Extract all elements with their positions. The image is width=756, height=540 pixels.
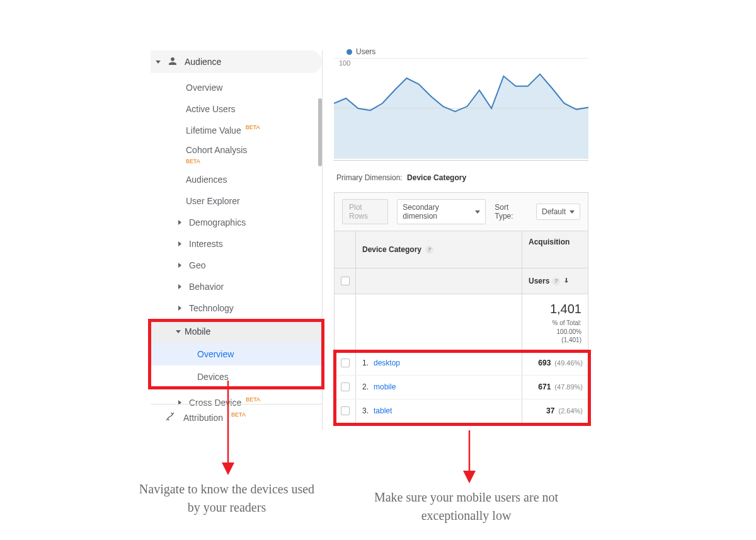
sidebar-item-audiences[interactable]: Audiences: [151, 169, 322, 190]
users-total: 1,401: [525, 301, 581, 318]
sidebar-list: Overview Active Users Lifetime Value BET…: [151, 73, 322, 413]
annotation-text-left: Navigate to know the devices used by you…: [132, 480, 321, 517]
sidebar-group-geo[interactable]: Geo: [151, 255, 322, 276]
sidebar-section-audience[interactable]: Audience: [151, 50, 322, 73]
sidebar: Audience Overview Active Users Lifetime …: [151, 50, 323, 430]
device-category-table: Device Category ? Acquisition Users ? 1,…: [334, 231, 588, 424]
table-row: 3.tablet 37(2.64%): [335, 399, 588, 423]
beta-tag: BETA: [246, 396, 260, 403]
sidebar-group-interests[interactable]: Interests: [151, 233, 322, 255]
person-icon: [167, 55, 178, 69]
sidebar-item-mobile-devices[interactable]: Devices: [151, 365, 322, 388]
beta-tag: BETA: [186, 158, 200, 164]
sidebar-group-technology[interactable]: Technology: [151, 297, 322, 319]
legend-dot-icon: [346, 49, 352, 55]
row-checkbox[interactable]: [341, 406, 350, 415]
beta-tag: BETA: [246, 124, 260, 130]
attribution-icon: [164, 411, 176, 424]
users-chart: Users 100 50: [334, 50, 588, 161]
device-link[interactable]: mobile: [374, 382, 396, 391]
sort-type-label: Sort Type:: [495, 203, 527, 221]
caret-down-icon: [475, 210, 480, 214]
table-row: 2.mobile 671(47.89%): [335, 376, 588, 399]
device-link[interactable]: desktop: [374, 359, 400, 367]
caret-down-icon: [176, 330, 181, 333]
sidebar-section-label: Audience: [185, 57, 221, 67]
row-checkbox[interactable]: [341, 359, 350, 367]
table-header-row-1: Device Category ? Acquisition: [335, 231, 588, 268]
sidebar-group-demographics[interactable]: Demographics: [151, 212, 322, 233]
sidebar-item-overview[interactable]: Overview: [151, 77, 322, 98]
caret-right-icon: [178, 263, 181, 268]
secondary-dimension-dropdown[interactable]: Secondary dimension: [397, 199, 486, 224]
sidebar-group-behavior[interactable]: Behavior: [151, 276, 322, 297]
plot-rows-button: Plot Rows: [342, 199, 388, 224]
select-all-checkbox[interactable]: [341, 277, 350, 285]
help-icon[interactable]: ?: [552, 277, 560, 285]
primary-dimension: Primary Dimension: Device Category: [334, 161, 588, 192]
table-toolbar: Plot Rows Secondary dimension Sort Type:…: [334, 192, 588, 231]
chart-svg: [334, 58, 588, 159]
sidebar-item-cohort-analysis[interactable]: Cohort Analysis BETA: [151, 141, 322, 169]
main-panel: Users 100 50 Primary Dimension: Device C…: [334, 50, 588, 424]
annotation-text-right: Make sure your mobile users are not exce…: [353, 488, 580, 525]
caret-right-icon: [178, 306, 181, 311]
sidebar-item-user-explorer[interactable]: User Explorer: [151, 190, 322, 212]
caret-right-icon: [178, 284, 181, 289]
row-checkbox[interactable]: [341, 382, 350, 391]
annotation-arrow: [222, 381, 234, 474]
sort-descending-icon: [563, 277, 570, 286]
caret-right-icon: [178, 241, 181, 246]
annotation-arrow: [463, 430, 476, 482]
sidebar-item-lifetime-value[interactable]: Lifetime Value BETA: [151, 120, 322, 141]
scrollbar-thumb[interactable]: [318, 98, 322, 166]
sidebar-item-active-users[interactable]: Active Users: [151, 98, 322, 120]
column-header-device-category[interactable]: Device Category ?: [356, 231, 522, 268]
sidebar-item-attribution[interactable]: Attribution BETA: [151, 404, 322, 430]
caret-down-icon: [570, 210, 575, 214]
caret-down-icon: [156, 60, 161, 64]
sort-type-dropdown[interactable]: Default: [536, 204, 580, 220]
table-row: 1.desktop 693(49.46%): [335, 352, 588, 376]
column-header-users[interactable]: Users ?: [522, 268, 588, 294]
dimension-tab-device-category[interactable]: Device Category: [407, 173, 466, 187]
table-header-row-2: Users ?: [335, 268, 588, 294]
help-icon[interactable]: ?: [425, 246, 433, 254]
device-link[interactable]: tablet: [374, 406, 392, 415]
table-summary-row: 1,401 % of Total: 100.00% (1,401): [335, 294, 588, 352]
chart-legend: Users: [346, 48, 375, 55]
sidebar-group-mobile: Mobile Overview Devices: [151, 320, 322, 388]
sidebar-group-mobile-header[interactable]: Mobile: [151, 320, 322, 343]
caret-right-icon: [178, 220, 181, 225]
sidebar-item-mobile-overview[interactable]: Overview: [151, 343, 322, 365]
column-header-acquisition: Acquisition: [522, 231, 588, 268]
table-body: 1.desktop 693(49.46%) 2.mobile 671(47.89…: [335, 352, 588, 423]
